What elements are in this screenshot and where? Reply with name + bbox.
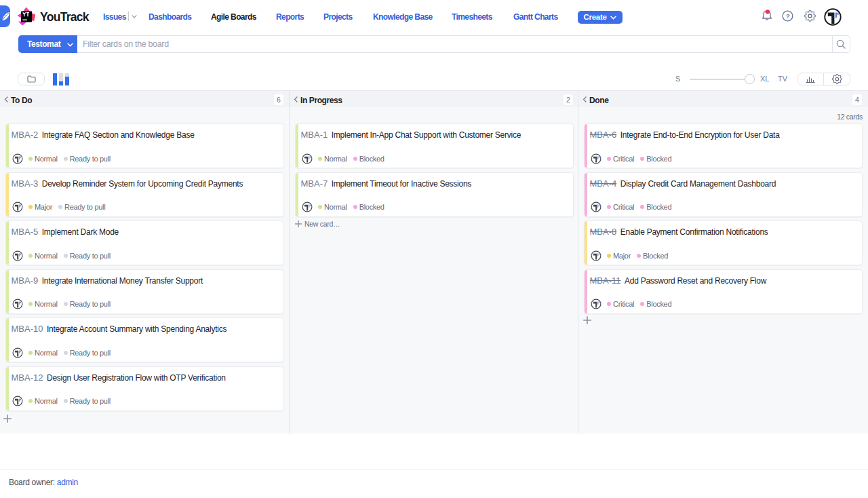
svg-text:?: ? [786, 12, 790, 20]
